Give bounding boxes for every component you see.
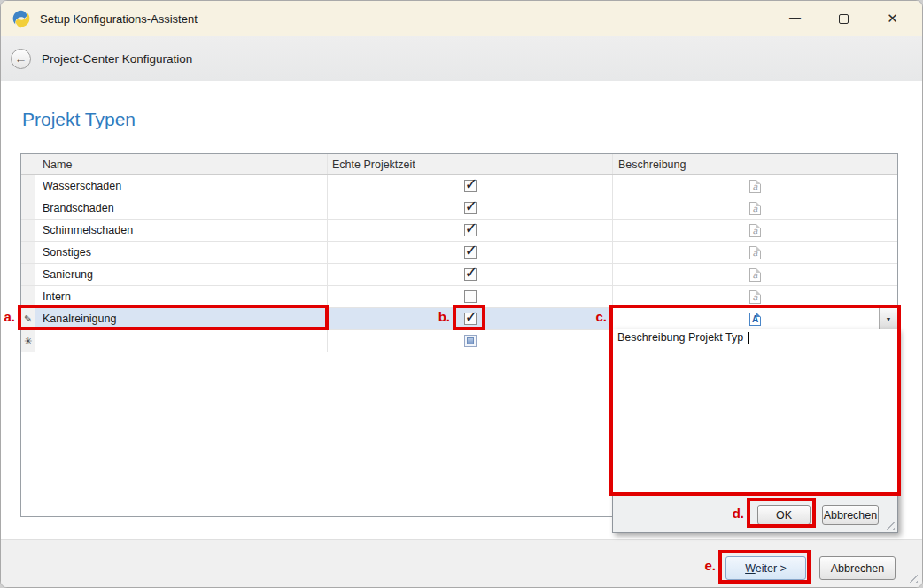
description-cell[interactable]: a xyxy=(613,286,897,307)
table-header-row: Name Echte Projektzeit Beschreibung xyxy=(21,154,897,175)
minimize-icon: — xyxy=(789,11,801,24)
description-cell[interactable]: a xyxy=(613,264,897,285)
description-cell[interactable]: a xyxy=(613,220,897,241)
row-indicator xyxy=(21,264,35,285)
close-icon: ✕ xyxy=(887,11,898,27)
description-text: Beschreibung Projekt Typ xyxy=(617,331,747,344)
window-controls: — ✕ xyxy=(771,1,917,36)
row-edit-indicator: ✎ xyxy=(21,308,35,329)
back-button[interactable]: ← xyxy=(11,49,31,69)
checkbox[interactable] xyxy=(464,224,477,236)
checkbox[interactable] xyxy=(464,290,477,303)
checkbox-indeterminate[interactable] xyxy=(464,335,477,347)
maximize-icon xyxy=(839,14,849,24)
name-cell[interactable]: Intern xyxy=(35,286,328,307)
section-heading: Projekt Typen xyxy=(22,109,136,130)
back-arrow-icon: ← xyxy=(15,52,27,65)
next-button-label: Weiter > xyxy=(745,562,787,575)
app-logo-icon xyxy=(12,9,31,28)
name-cell[interactable]: Sonstiges xyxy=(35,242,328,263)
name-cell[interactable]: Wasserschaden xyxy=(35,175,328,197)
table-row: Schimmelschaden a xyxy=(21,220,897,242)
ok-button[interactable]: OK xyxy=(757,505,811,525)
column-header-description[interactable]: Beschreibung xyxy=(613,154,897,174)
wizard-footer: Weiter > Abbrechen xyxy=(1,539,922,588)
name-cell[interactable]: Schimmelschaden xyxy=(35,220,328,241)
real-time-cell[interactable] xyxy=(328,330,613,352)
cancel-button[interactable]: Abbrechen xyxy=(819,556,896,580)
close-button[interactable]: ✕ xyxy=(868,1,917,36)
description-edit-icon[interactable]: A xyxy=(749,313,761,326)
description-doc-icon[interactable]: a xyxy=(749,290,761,304)
real-time-cell[interactable] xyxy=(328,308,613,329)
wizard-window: Setup Konfigurations-Assistent — ✕ ← Pro… xyxy=(0,0,923,588)
table-row-editing: ✎ Kanalreinigung A ▼ xyxy=(21,308,897,330)
real-time-cell[interactable] xyxy=(328,175,613,197)
row-indicator xyxy=(21,242,35,263)
checkbox[interactable] xyxy=(464,268,477,281)
real-time-cell[interactable] xyxy=(328,286,613,307)
description-doc-icon[interactable]: a xyxy=(749,268,761,282)
ok-button-label: OK xyxy=(776,509,792,522)
row-indicator xyxy=(21,175,35,197)
column-header-real-time[interactable]: Echte Projektzeit xyxy=(328,154,613,174)
asterisk-icon: ✳ xyxy=(24,336,32,347)
next-button[interactable]: Weiter > xyxy=(725,556,806,580)
table-row: Wasserschaden a xyxy=(21,175,897,197)
editor-cancel-button[interactable]: Abbrechen xyxy=(822,505,879,525)
table-row: Sonstiges a xyxy=(21,242,897,264)
window-title: Setup Konfigurations-Assistent xyxy=(40,12,198,26)
description-cell[interactable]: a xyxy=(613,197,897,219)
table-row: Brandschaden a xyxy=(21,197,897,220)
description-doc-icon[interactable]: a xyxy=(749,202,761,215)
real-time-cell[interactable] xyxy=(328,197,613,219)
minimize-button[interactable]: — xyxy=(771,1,819,36)
description-editor-panel: Beschreibung Projekt Typ OK Abbrechen xyxy=(612,329,898,533)
page-title: Project-Center Konfiguration xyxy=(42,52,192,66)
column-header-name[interactable]: Name xyxy=(35,154,328,174)
pencil-icon: ✎ xyxy=(24,313,32,325)
cancel-button-label: Abbrechen xyxy=(831,562,884,575)
description-editor-cell[interactable]: A ▼ xyxy=(613,308,897,329)
real-time-cell[interactable] xyxy=(328,220,613,241)
description-cell[interactable]: a xyxy=(613,242,897,263)
nav-header: ← Project-Center Konfiguration xyxy=(1,36,922,81)
description-textarea[interactable]: Beschreibung Projekt Typ xyxy=(617,331,749,344)
description-doc-icon[interactable]: a xyxy=(749,224,761,237)
description-dropdown-button[interactable]: ▼ xyxy=(879,308,897,329)
titlebar: Setup Konfigurations-Assistent — ✕ xyxy=(1,1,922,36)
checkbox[interactable] xyxy=(464,313,477,325)
row-indicator xyxy=(21,220,35,241)
name-cell-empty[interactable] xyxy=(35,330,328,352)
real-time-cell[interactable] xyxy=(328,264,613,285)
description-doc-icon[interactable]: a xyxy=(749,246,761,259)
row-indicator xyxy=(21,197,35,219)
name-cell-editing[interactable]: Kanalreinigung xyxy=(35,308,328,329)
text-caret xyxy=(748,332,749,344)
real-time-cell[interactable] xyxy=(328,242,613,263)
maximize-button[interactable] xyxy=(819,1,868,36)
row-indicator-header xyxy=(21,154,35,174)
checkbox[interactable] xyxy=(464,246,477,259)
new-row-indicator: ✳ xyxy=(21,330,35,352)
checkbox[interactable] xyxy=(464,202,477,214)
chevron-down-icon: ▼ xyxy=(886,316,892,322)
table-row: Intern a xyxy=(21,286,897,308)
checkbox[interactable] xyxy=(464,180,477,192)
editor-cancel-label: Abbrechen xyxy=(824,509,877,522)
description-doc-icon[interactable]: a xyxy=(749,180,761,193)
name-cell[interactable]: Sanierung xyxy=(35,264,328,285)
description-cell[interactable]: a xyxy=(613,175,897,197)
table-row: Sanierung a xyxy=(21,264,897,286)
name-cell[interactable]: Brandschaden xyxy=(35,197,328,219)
row-indicator xyxy=(21,286,35,307)
